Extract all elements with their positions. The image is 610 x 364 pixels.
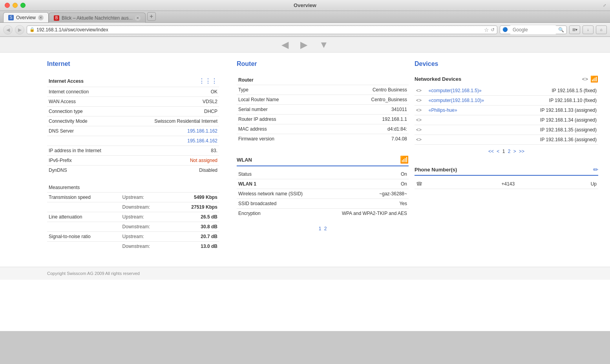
wifi-devices-icon: 📶 bbox=[590, 75, 598, 83]
wlan-wifi-icon: 📶 bbox=[400, 155, 409, 164]
search-input[interactable] bbox=[510, 25, 557, 34]
router-ip-value: 192.168.1.1 bbox=[327, 115, 409, 124]
downloads-button[interactable]: ↓ bbox=[583, 25, 594, 34]
encryption-row: Encryption WPA and WPA2-TKIP and AES bbox=[237, 209, 409, 218]
address-bar-text: 192.168.1.1/ui/swc/overview/index bbox=[37, 27, 108, 33]
devices-page-next[interactable]: > bbox=[513, 149, 516, 154]
networked-devices-label: Networked Devices bbox=[415, 76, 461, 82]
tab-blick[interactable]: B Blick – Aktuelle Nachrichten aus... ✕ bbox=[49, 13, 146, 23]
phone-number-label: Phone Number(s) bbox=[415, 167, 457, 173]
ethernet-icon: <> bbox=[582, 76, 588, 82]
upstream-value3: 20.7 dB bbox=[171, 232, 219, 242]
connection-type-row: Connection type DHCP bbox=[47, 107, 219, 116]
home-button[interactable]: ⌂ bbox=[596, 25, 607, 34]
page-content: ◀ ▶ ▼ Internet Internet Access ⋮⋮⋮ Inter… bbox=[0, 37, 610, 331]
mac-address-label: MAC address bbox=[237, 124, 327, 134]
ip-internet-label: IP address in the Internet bbox=[47, 146, 126, 156]
upstream-label1: Upstream: bbox=[121, 193, 171, 202]
nav-arrow-down: ▼ bbox=[319, 39, 329, 50]
ssid-broadcast-label: SSID broadcasted bbox=[237, 199, 322, 209]
transmission-speed-downstream-row: Downstream: 27519 Kbps bbox=[47, 202, 219, 212]
tab-close-overview[interactable]: ✕ bbox=[38, 15, 44, 20]
main-container: Internet Internet Access ⋮⋮⋮ Internet co… bbox=[0, 53, 610, 267]
devices-page-last[interactable]: >> bbox=[519, 149, 524, 154]
router-ip-label: Router IP address bbox=[237, 115, 327, 124]
view-options-button[interactable]: ⊞▾ bbox=[569, 25, 580, 34]
downstream-label3: Downstream: bbox=[121, 242, 171, 251]
ssid-broadcast-row: SSID broadcasted Yes bbox=[237, 199, 409, 209]
wlan-page1[interactable]: 1 bbox=[319, 226, 321, 231]
device-name-3: «Philips-hue» bbox=[427, 106, 512, 115]
minimize-button[interactable] bbox=[13, 3, 18, 8]
tab-bar: S Overview ✕ B Blick – Aktuelle Nachrich… bbox=[0, 11, 610, 23]
device-row-6: <> IP 192.168.1.36 (assigned) bbox=[415, 135, 598, 145]
refresh-button[interactable]: ↺ bbox=[491, 27, 495, 33]
downstream-value1: 27519 Kbps bbox=[171, 202, 219, 212]
device-ip-6: IP 192.168.1.36 (assigned) bbox=[512, 135, 598, 145]
device-row-3: <> «Philips-hue» IP 192.168.1.33 (assign… bbox=[415, 106, 598, 115]
device-ip-4: IP 192.168.1.34 (assigned) bbox=[512, 115, 598, 125]
device-name-4 bbox=[427, 115, 512, 125]
connectivity-mode-row: Connectivity Mode Swisscom Residential I… bbox=[47, 116, 219, 126]
tab-close-blick[interactable]: ✕ bbox=[135, 15, 141, 21]
device-row-5: <> IP 192.168.1.35 (assigned) bbox=[415, 125, 598, 135]
grid-icon: ⋮⋮⋮ bbox=[199, 78, 217, 84]
devices-page-2[interactable]: 2 bbox=[508, 149, 511, 154]
router-name-row: Local Router Name Centro_Business bbox=[237, 95, 409, 105]
tab-overview[interactable]: S Overview ✕ bbox=[3, 12, 49, 22]
device-ip-1: IP 192.168.1.5 (fixed) bbox=[512, 86, 598, 96]
ssid-value: ~gaz-36288~ bbox=[322, 189, 409, 199]
device-name-5 bbox=[427, 125, 512, 135]
router-section-title: Router bbox=[237, 60, 409, 69]
page-footer: Copyright Swisscom AG 2009 All rights re… bbox=[0, 267, 610, 280]
wlan-table: Status On WLAN 1 On Wireless network nam… bbox=[237, 169, 409, 218]
close-button[interactable] bbox=[5, 3, 10, 8]
forward-button[interactable]: ▶ bbox=[15, 25, 24, 35]
search-section: 🔵 🔍 bbox=[500, 25, 567, 34]
devices-section-title: Devices bbox=[415, 60, 598, 69]
router-table: Router Type Centro Business Local Router… bbox=[237, 75, 409, 144]
router-label: Router bbox=[237, 75, 327, 85]
ipv6-prefix-label: IPv6-Prefix bbox=[47, 156, 126, 166]
snr-label: Signal-to-noise ratio bbox=[47, 232, 121, 242]
devices-page-first[interactable]: << bbox=[488, 149, 494, 154]
serial-number-value: 341011 bbox=[327, 105, 409, 115]
downstream-value2: 30.8 dB bbox=[171, 222, 219, 232]
device-ip-3: IP 192.168.1.33 (assigned) bbox=[512, 106, 598, 115]
back-button[interactable]: ◀ bbox=[3, 25, 13, 35]
wlan1-label: WLAN 1 bbox=[237, 179, 322, 189]
wlan1-value: On bbox=[322, 179, 409, 189]
ipv6-prefix-row: IPv6-Prefix Not assigned bbox=[47, 156, 219, 166]
encryption-value: WPA and WPA2-TKIP and AES bbox=[322, 209, 409, 218]
dns-server-value1: 195.186.1.162 bbox=[126, 126, 219, 136]
nav-arrow-left: ◀ bbox=[281, 39, 289, 50]
wan-access-row: WAN Access VDSL2 bbox=[47, 97, 219, 107]
wan-access-value: VDSL2 bbox=[126, 97, 219, 107]
internet-connection-value: OK bbox=[126, 87, 219, 97]
bookmark-star[interactable]: ☆ bbox=[484, 27, 489, 33]
device-ip-2: IP 192.168.1.10 (fixed) bbox=[512, 96, 598, 106]
wlan-status-value: On bbox=[322, 169, 409, 179]
internet-connection-row: Internet connection OK bbox=[47, 87, 219, 97]
downstream-label1: Downstream: bbox=[121, 202, 171, 212]
phone-number-1: +4143 bbox=[501, 181, 515, 187]
devices-page-current: 1 bbox=[502, 149, 505, 154]
search-submit-icon[interactable]: 🔍 bbox=[558, 27, 564, 33]
phone-row-1: ☎ +4143 Up bbox=[415, 179, 598, 189]
tab-favicon-letter-blick: B bbox=[55, 16, 58, 20]
upstream-label2: Upstream: bbox=[121, 212, 171, 222]
maximize-button[interactable] bbox=[20, 3, 26, 8]
encryption-label: Encryption bbox=[237, 209, 322, 218]
router-section: Router Router Type Centro Business Local… bbox=[231, 60, 415, 259]
firmware-label: Firmware version bbox=[237, 134, 327, 144]
device-name-6 bbox=[427, 135, 512, 145]
measurements-title: Measurements bbox=[49, 185, 80, 190]
snr-row: Signal-to-noise ratio Upstream: 20.7 dB bbox=[47, 232, 219, 242]
new-tab-button[interactable]: + bbox=[147, 12, 156, 21]
wlan-page2[interactable]: 2 bbox=[324, 226, 327, 231]
transmission-speed-row: Transmission speed Upstream: 5499 Kbps bbox=[47, 193, 219, 202]
devices-page-prev[interactable]: < bbox=[497, 149, 499, 154]
resize-icon: ⤢ bbox=[603, 3, 606, 7]
connection-type-value: DHCP bbox=[126, 107, 219, 116]
footer-text: Copyright Swisscom AG 2009 All rights re… bbox=[47, 271, 140, 276]
